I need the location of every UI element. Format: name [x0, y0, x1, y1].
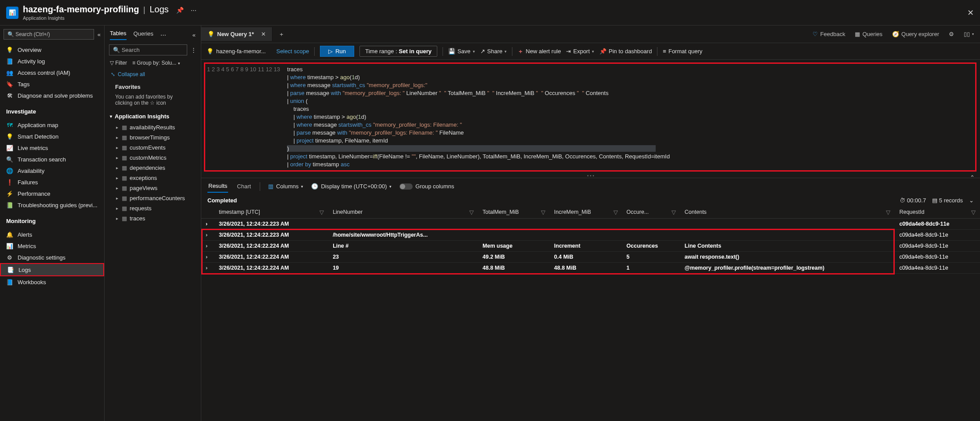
table-item-availabilityResults[interactable]: ▦availabilityResults	[105, 122, 201, 132]
nav-item-investigate-2[interactable]: 📈Live metrics	[0, 142, 104, 154]
tables-more-icon[interactable]: ⋯	[160, 32, 166, 38]
nav-item-label: Metrics	[18, 243, 36, 249]
nav-item-monitoring-2[interactable]: ⚙Diagnostic settings	[0, 252, 104, 263]
format-button[interactable]: ≡Format query	[663, 48, 702, 55]
table-row[interactable]: ›3/26/2021, 12:24:22.224 AMLine #Mem usa…	[201, 241, 980, 252]
queries-icon: ▦	[855, 31, 860, 37]
export-button[interactable]: ⇥Export▾	[566, 48, 594, 55]
share-button[interactable]: ↗Share▾	[480, 48, 507, 55]
filter-icon[interactable]: ▽	[613, 209, 618, 216]
columns-button[interactable]: ▥Columns ▾	[268, 183, 303, 190]
pin-icon[interactable]: 📌	[176, 7, 184, 14]
query-explorer-button[interactable]: 🧭Query explorer	[892, 31, 939, 37]
col-header[interactable]: timestamp [UTC]▽	[214, 206, 328, 219]
table-item-customMetrics[interactable]: ▦customMetrics	[105, 153, 201, 163]
select-scope-link[interactable]: Select scope	[276, 48, 309, 55]
nav-item-investigate-6[interactable]: ⚡Performance	[0, 188, 104, 199]
expand-icon[interactable]: ›	[201, 252, 214, 263]
expand-icon[interactable]: ›	[201, 219, 214, 230]
table-row[interactable]: ›3/26/2021, 12:24:22.224 AM1948.8 MiB48.…	[201, 263, 980, 274]
time-range-selector[interactable]: Time range : Set in query	[359, 46, 437, 57]
tables-search-input[interactable]: 🔍 Search	[109, 44, 187, 55]
filter-icon[interactable]: ▽	[671, 209, 676, 216]
col-header[interactable]: RequestId▽	[895, 206, 980, 219]
nav-item-investigate-7[interactable]: 📗Troubleshooting guides (previ...	[0, 199, 104, 211]
queries-button[interactable]: ▦Queries	[855, 31, 882, 37]
tables-collapse-icon[interactable]: «	[192, 32, 196, 38]
nav-item-investigate-0[interactable]: 🗺Application map	[0, 119, 104, 131]
expand-icon[interactable]: ›	[201, 263, 214, 274]
tree-group-appinsights[interactable]: Application Insights	[105, 110, 201, 122]
save-button[interactable]: 💾Save▾	[448, 48, 475, 55]
nav-item-top-1[interactable]: 📘Activity log	[0, 55, 104, 67]
nav-item-investigate-4[interactable]: 🌐Availability	[0, 165, 104, 176]
nav-search-input[interactable]: 🔍 Search (Ctrl+/)	[4, 29, 94, 40]
table-item-performanceCounters[interactable]: ▦performanceCounters	[105, 193, 201, 203]
nav-item-investigate-3[interactable]: 🔍Transaction search	[0, 154, 104, 165]
nav-item-top-3[interactable]: 🔖Tags	[0, 78, 104, 90]
query-tab[interactable]: 💡 New Query 1* ✕	[201, 27, 272, 41]
nav-item-label: Workbooks	[18, 279, 46, 286]
table-item-customEvents[interactable]: ▦customEvents	[105, 143, 201, 153]
filter-icon[interactable]: ▽	[469, 209, 474, 216]
nav-item-top-0[interactable]: 💡Overview	[0, 44, 104, 55]
tables-tab-tables[interactable]: Tables	[110, 30, 127, 40]
nav-collapse-icon[interactable]: «	[98, 31, 101, 38]
query-tab-close-icon[interactable]: ✕	[261, 31, 266, 37]
table-row[interactable]: ›3/26/2021, 12:24:22.224 AM2349.2 MiB0.4…	[201, 252, 980, 263]
filter-icon[interactable]: ▽	[541, 209, 545, 216]
expand-results-icon[interactable]: ⌄	[969, 197, 974, 204]
pin-button[interactable]: 📌Pin to dashboard	[599, 48, 652, 55]
feedback-button[interactable]: ♡Feedback	[813, 31, 845, 37]
run-button[interactable]: ▷ Run	[320, 46, 354, 57]
nav-item-label: Transaction search	[18, 156, 66, 163]
table-item-exceptions[interactable]: ▦exceptions	[105, 173, 201, 183]
table-item-pageViews[interactable]: ▦pageViews	[105, 183, 201, 193]
nav-item-top-2[interactable]: 👥Access control (IAM)	[0, 67, 104, 78]
tables-search-more-icon[interactable]: ⋮	[191, 47, 196, 53]
table-item-traces[interactable]: ▦traces	[105, 213, 201, 223]
col-header[interactable]: Occure...▽	[622, 206, 680, 219]
tables-tab-queries[interactable]: Queries	[134, 30, 154, 40]
col-header[interactable]: LineNumber▽	[328, 206, 478, 219]
groupby-button[interactable]: ≡ Group by: Solu... ▾	[132, 60, 180, 66]
scroll-up-icon[interactable]: ⌃	[970, 174, 975, 181]
col-header[interactable]: TotalMem_MiB▽	[478, 206, 550, 219]
collapse-all-button[interactable]: ⤡ Collapse all	[105, 68, 201, 81]
editor-code[interactable]: traces | where timestamp > ago(1d) | whe…	[283, 64, 975, 170]
nav-item-monitoring-1[interactable]: 📊Metrics	[0, 240, 104, 252]
query-editor[interactable]: 1 2 3 4 5 6 7 8 9 10 11 12 13 traces | w…	[204, 62, 976, 172]
display-time-button[interactable]: 🕒Display time (UTC+00:00) ▾	[311, 183, 392, 190]
group-columns-toggle[interactable]: Group columns	[399, 183, 454, 190]
results-tab-chart[interactable]: Chart	[236, 180, 252, 192]
splitter-handle[interactable]: • • •	[201, 173, 980, 178]
table-item-browserTimings[interactable]: ▦browserTimings	[105, 132, 201, 143]
nav-item-monitoring-3[interactable]: 📑Logs	[0, 263, 104, 276]
table-row[interactable]: ›3/26/2021, 12:24:22.223 AMc09da4e8-8dc9…	[201, 219, 980, 230]
expand-icon[interactable]: ›	[201, 230, 214, 241]
add-query-tab[interactable]: ＋	[272, 27, 290, 42]
header-more-icon[interactable]: ⋯	[191, 7, 196, 14]
table-row[interactable]: ›3/26/2021, 12:24:22.223 AM/home/site/ww…	[201, 230, 980, 241]
table-item-requests[interactable]: ▦requests	[105, 203, 201, 213]
new-alert-button[interactable]: ＋New alert rule	[518, 48, 561, 55]
nav-item-label: Performance	[18, 190, 50, 197]
panel-icon[interactable]: ▯▯▾	[964, 31, 974, 37]
expand-icon[interactable]: ›	[201, 241, 214, 252]
nav-item-investigate-1[interactable]: 💡Smart Detection	[0, 131, 104, 142]
filter-button[interactable]: ▽ Filter	[110, 60, 127, 66]
table-item-dependencies[interactable]: ▦dependencies	[105, 163, 201, 173]
filter-icon[interactable]: ▽	[971, 209, 976, 216]
nav-item-top-4[interactable]: 🛠Diagnose and solve problems	[0, 90, 104, 101]
close-icon[interactable]: ✕	[967, 8, 974, 18]
scope-selector[interactable]: 💡 hazeng-fa-memor...	[207, 48, 266, 55]
filter-icon[interactable]: ▽	[319, 209, 324, 216]
nav-item-monitoring-0[interactable]: 🔔Alerts	[0, 229, 104, 240]
col-header[interactable]: IncreMem_MiB▽	[550, 206, 622, 219]
col-header[interactable]: Contents▽	[680, 206, 895, 219]
results-tab-results[interactable]: Results	[207, 180, 228, 193]
nav-item-monitoring-4[interactable]: 📘Workbooks	[0, 276, 104, 288]
nav-item-investigate-5[interactable]: ❗Failures	[0, 176, 104, 188]
filter-icon[interactable]: ▽	[886, 209, 890, 216]
settings-icon[interactable]: ⚙	[949, 31, 954, 37]
